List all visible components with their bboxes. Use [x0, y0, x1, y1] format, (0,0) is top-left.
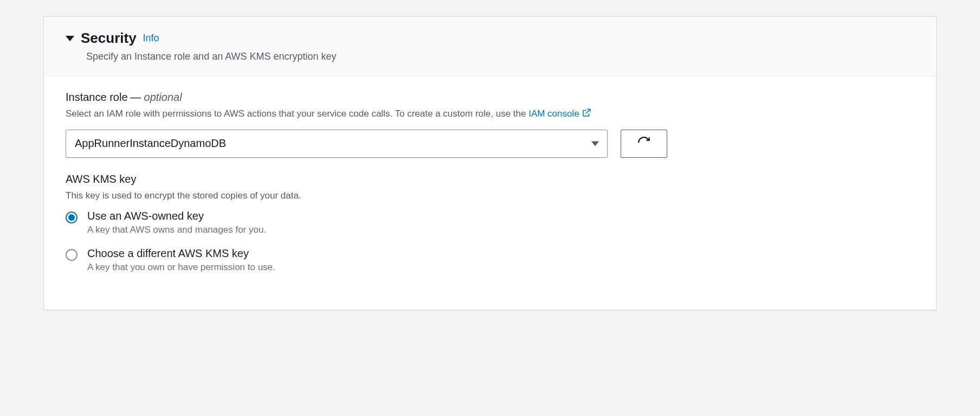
instance-role-help-text: Select an IAM role with permissions to A…: [66, 108, 528, 119]
radio-icon: [66, 212, 78, 223]
instance-role-help: Select an IAM role with permissions to A…: [66, 107, 914, 122]
panel-body: Instance role — optional Select an IAM r…: [44, 76, 936, 310]
iam-console-link-text: IAM console: [528, 108, 579, 119]
instance-role-select[interactable]: AppRunnerInstanceDynamoDB: [66, 130, 608, 158]
radio-body: Choose a different AWS KMS key A key tha…: [87, 247, 275, 273]
radio-icon: [66, 249, 78, 261]
instance-role-select-row: AppRunnerInstanceDynamoDB: [66, 130, 914, 158]
kms-option-desc: A key that you own or have permission to…: [87, 262, 275, 273]
external-link-icon: [582, 108, 591, 122]
iam-console-link[interactable]: IAM console: [528, 108, 591, 119]
instance-role-select-value: AppRunnerInstanceDynamoDB: [66, 130, 608, 158]
instance-role-group: Instance role — optional Select an IAM r…: [66, 91, 914, 158]
instance-role-label: Instance role: [66, 91, 128, 103]
kms-option-label: Use an AWS-owned key: [87, 210, 266, 222]
kms-label: AWS KMS key: [66, 173, 136, 185]
kms-help: This key is used to encrypt the stored c…: [66, 189, 914, 203]
kms-option-label: Choose a different AWS KMS key: [87, 247, 275, 260]
section-title: Security: [81, 30, 137, 47]
info-link[interactable]: Info: [143, 33, 159, 44]
kms-label-row: AWS KMS key: [66, 173, 914, 185]
refresh-button[interactable]: [621, 130, 667, 158]
radio-body: Use an AWS-owned key A key that AWS owns…: [87, 210, 266, 235]
optional-tag: optional: [144, 91, 182, 103]
collapse-caret-icon[interactable]: [66, 36, 74, 41]
kms-option-desc: A key that AWS owns and manages for you.: [87, 225, 266, 235]
kms-option-choose-different[interactable]: Choose a different AWS KMS key A key tha…: [66, 247, 914, 273]
section-description: Specify an Instance role and an AWS KMS …: [86, 51, 914, 62]
refresh-icon: [637, 136, 651, 152]
kms-option-aws-owned[interactable]: Use an AWS-owned key A key that AWS owns…: [66, 210, 914, 235]
label-dash: —: [130, 91, 144, 103]
header-title-row: Security Info: [66, 30, 914, 47]
panel-header: Security Info Specify an Instance role a…: [44, 17, 936, 76]
instance-role-label-row: Instance role — optional: [66, 91, 914, 104]
security-panel: Security Info Specify an Instance role a…: [43, 16, 937, 310]
kms-group: AWS KMS key This key is used to encrypt …: [66, 173, 914, 273]
